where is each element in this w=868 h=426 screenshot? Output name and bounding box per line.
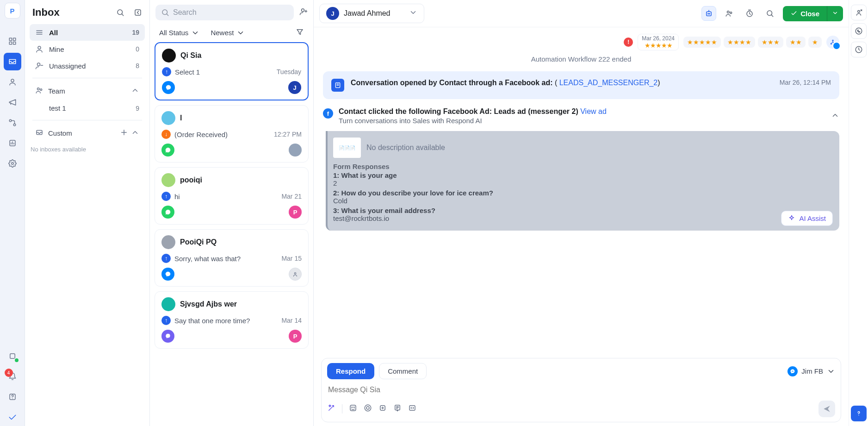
emoji-icon[interactable] bbox=[349, 404, 357, 414]
conversation-card[interactable]: l↓(Order Received)12:27 PM bbox=[155, 105, 309, 163]
timestamp: Tuesday bbox=[277, 68, 301, 75]
message-preview: Sorry, what was that? bbox=[174, 255, 241, 263]
message-input[interactable] bbox=[327, 379, 835, 401]
comment-tab[interactable]: Comment bbox=[379, 363, 427, 379]
form-answer: 2 bbox=[333, 179, 832, 187]
conversation-card[interactable]: Qi Sia↑Select 1TuesdayJ bbox=[155, 42, 309, 100]
stack-icon bbox=[35, 28, 44, 37]
collapse-icon[interactable] bbox=[831, 111, 839, 121]
chevron-down-icon bbox=[409, 8, 417, 19]
magic-icon[interactable] bbox=[327, 404, 335, 414]
system-message: Automation Workflow 222 ended bbox=[323, 55, 839, 63]
svg-point-24 bbox=[709, 13, 710, 14]
svg-rect-2 bbox=[9, 42, 12, 44]
whatsapp-icon[interactable] bbox=[851, 23, 867, 39]
filter-sort[interactable]: Newest bbox=[211, 29, 245, 37]
search-input[interactable]: Search bbox=[155, 5, 294, 20]
close-dropdown[interactable] bbox=[827, 6, 843, 21]
svg-point-16 bbox=[40, 89, 42, 91]
direction-icon: ↓ bbox=[161, 130, 171, 139]
avatar bbox=[161, 235, 175, 249]
send-button[interactable] bbox=[818, 401, 835, 417]
search-icon bbox=[161, 8, 169, 17]
broadcast-icon[interactable] bbox=[4, 94, 21, 111]
respond-tab[interactable]: Respond bbox=[327, 363, 374, 379]
close-button[interactable]: Close bbox=[783, 6, 827, 21]
note-icon bbox=[331, 79, 344, 92]
voice-icon[interactable] bbox=[378, 404, 387, 414]
add-contact-icon[interactable] bbox=[299, 7, 308, 18]
search-icon[interactable] bbox=[113, 6, 127, 19]
presence-icon[interactable] bbox=[4, 347, 21, 365]
assignee-avatar: J bbox=[288, 81, 301, 94]
message-preview: Select 1 bbox=[175, 68, 200, 76]
chevron-up-icon[interactable] bbox=[131, 128, 139, 138]
help-button[interactable] bbox=[851, 406, 867, 421]
tray-icon bbox=[35, 128, 43, 138]
contacts-icon[interactable] bbox=[4, 73, 21, 91]
snippet-icon[interactable] bbox=[393, 404, 402, 414]
settings-icon[interactable] bbox=[4, 155, 21, 172]
bot-icon[interactable] bbox=[701, 6, 716, 21]
dashboard-icon[interactable] bbox=[4, 32, 21, 50]
contact-name: pooiqi bbox=[180, 176, 202, 184]
facebook-icon: f bbox=[323, 108, 333, 119]
search-conversation-icon[interactable] bbox=[763, 6, 777, 21]
reports-icon[interactable] bbox=[4, 134, 21, 152]
conversation-card[interactable]: PooiQi PQ↑Sorry, what was that?Mar 15 bbox=[155, 229, 309, 287]
avatar bbox=[162, 49, 176, 63]
ad-body: 📄📄📄 No description available Form Respon… bbox=[326, 131, 839, 231]
workflow-icon[interactable] bbox=[826, 36, 839, 49]
contact-sidebar-icon[interactable] bbox=[851, 5, 867, 20]
inbox-icon[interactable] bbox=[4, 53, 21, 70]
view-ad-link[interactable]: View ad bbox=[580, 107, 607, 115]
collapse-icon[interactable] bbox=[131, 6, 145, 19]
channel-selector[interactable]: Jim FB bbox=[787, 366, 835, 376]
svg-rect-3 bbox=[13, 42, 15, 44]
filter-mine[interactable]: Mine 0 bbox=[30, 41, 145, 57]
svg-point-20 bbox=[289, 144, 302, 157]
snooze-icon[interactable] bbox=[742, 6, 757, 21]
ai-assist-button[interactable]: AI Assist bbox=[781, 211, 833, 226]
custom-section[interactable]: Custom bbox=[30, 124, 145, 142]
notifications-icon[interactable]: 4 bbox=[4, 368, 21, 385]
message-preview: hi bbox=[174, 193, 180, 200]
timestamp: Mar 15 bbox=[281, 255, 302, 262]
filter-icon[interactable] bbox=[296, 28, 304, 38]
message-preview: Say that one more time? bbox=[174, 317, 250, 325]
date-rating: Mar 26, 2024 ★★★★★ bbox=[638, 34, 679, 50]
org-avatar[interactable]: P bbox=[5, 3, 20, 19]
svg-point-23 bbox=[708, 13, 709, 14]
conversation-card[interactable]: pooiqi↑hiMar 21P bbox=[155, 167, 309, 225]
form-answer: test@rockrtbots.io bbox=[333, 214, 832, 222]
team-item[interactable]: test 1 9 bbox=[30, 100, 145, 116]
chevron-up-icon bbox=[131, 86, 139, 96]
conversation-card[interactable]: Sjvsgd Ajbs wer↑Say that one more time?M… bbox=[155, 291, 309, 349]
message-composer: Respond Comment Jim FB bbox=[321, 358, 841, 422]
svg-point-15 bbox=[37, 88, 40, 90]
assign-icon[interactable] bbox=[722, 6, 737, 21]
svg-rect-9 bbox=[10, 354, 15, 359]
code-icon[interactable] bbox=[408, 404, 416, 414]
help-icon[interactable] bbox=[4, 388, 21, 406]
ad-link[interactable]: LEADS_AD_MESSENGER_2 bbox=[559, 79, 658, 87]
direction-icon: ↑ bbox=[161, 192, 171, 201]
open-event: Conversation opened by Contact through a… bbox=[323, 71, 839, 99]
attachment-icon[interactable] bbox=[364, 404, 372, 414]
filter-all[interactable]: All 19 bbox=[30, 24, 145, 41]
chevron-down-icon bbox=[827, 367, 835, 376]
filter-status[interactable]: All Status bbox=[159, 29, 199, 37]
history-icon[interactable] bbox=[851, 42, 867, 57]
workflow-icon[interactable] bbox=[4, 114, 21, 132]
avatar bbox=[161, 297, 175, 311]
timestamp: 12:27 PM bbox=[274, 131, 302, 138]
filter-unassigned[interactable]: Unassigned 8 bbox=[30, 57, 145, 74]
plus-icon[interactable] bbox=[120, 128, 128, 138]
right-rail bbox=[849, 0, 868, 426]
team-section[interactable]: Team bbox=[30, 82, 145, 100]
contact-selector[interactable]: J Jawad Ahmed bbox=[319, 4, 424, 23]
channel-icon bbox=[161, 330, 174, 343]
inbox-sidebar: Inbox All 19 Mine 0 Unassigned 8 Team bbox=[25, 0, 150, 426]
svg-rect-1 bbox=[13, 38, 15, 40]
warning-icon[interactable]: ! bbox=[624, 38, 633, 47]
